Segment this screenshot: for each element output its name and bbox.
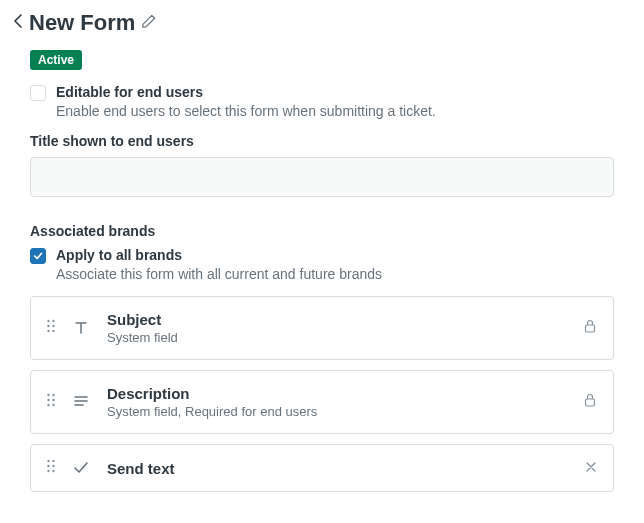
lock-icon <box>583 319 597 337</box>
svg-point-9 <box>47 399 49 401</box>
svg-point-12 <box>52 404 54 406</box>
svg-point-19 <box>52 470 54 472</box>
check-type-icon <box>71 460 91 476</box>
svg-point-0 <box>47 320 49 322</box>
field-title: Send text <box>107 460 569 477</box>
lock-icon <box>583 393 597 411</box>
svg-point-14 <box>47 460 49 462</box>
apply-all-brands-label: Apply to all brands <box>56 247 182 263</box>
form-field-send-text[interactable]: Send text <box>30 444 614 492</box>
field-title: Description <box>107 385 567 402</box>
field-text: Send text <box>107 460 569 477</box>
title-input[interactable] <box>30 157 614 197</box>
brands-label: Associated brands <box>30 223 614 239</box>
svg-point-8 <box>52 394 54 396</box>
editable-checkbox-row: Editable for end users <box>30 84 614 101</box>
drag-handle-icon[interactable] <box>47 459 55 477</box>
apply-all-brands-checkbox[interactable] <box>30 248 46 264</box>
form-field-description[interactable]: Description System field, Required for e… <box>30 370 614 434</box>
text-type-icon <box>71 320 91 336</box>
editable-checkbox[interactable] <box>30 85 46 101</box>
svg-point-2 <box>47 325 49 327</box>
field-text: Subject System field <box>107 311 567 345</box>
svg-point-16 <box>47 465 49 467</box>
multiline-type-icon <box>71 394 91 410</box>
svg-point-1 <box>52 320 54 322</box>
drag-handle-icon[interactable] <box>47 319 55 337</box>
page-header: New Form <box>0 10 644 36</box>
svg-point-17 <box>52 465 54 467</box>
svg-point-7 <box>47 394 49 396</box>
title-input-label: Title shown to end users <box>30 133 614 149</box>
field-subtitle: System field, Required for end users <box>107 404 567 419</box>
form-field-subject[interactable]: Subject System field <box>30 296 614 360</box>
field-text: Description System field, Required for e… <box>107 385 567 419</box>
svg-point-5 <box>52 330 54 332</box>
field-title: Subject <box>107 311 567 328</box>
drag-handle-icon[interactable] <box>47 393 55 411</box>
svg-point-10 <box>52 399 54 401</box>
chevron-left-icon[interactable] <box>14 14 23 32</box>
svg-point-11 <box>47 404 49 406</box>
svg-rect-13 <box>586 399 595 406</box>
close-icon[interactable] <box>585 459 597 477</box>
pencil-icon[interactable] <box>141 14 156 33</box>
apply-all-brands-row: Apply to all brands <box>30 247 614 264</box>
editable-label: Editable for end users <box>56 84 203 100</box>
apply-all-brands-description: Associate this form with all current and… <box>56 266 614 282</box>
svg-point-15 <box>52 460 54 462</box>
page-title: New Form <box>29 10 135 36</box>
svg-point-18 <box>47 470 49 472</box>
svg-point-4 <box>47 330 49 332</box>
status-badge: Active <box>30 50 82 70</box>
editable-description: Enable end users to select this form whe… <box>56 103 614 119</box>
field-subtitle: System field <box>107 330 567 345</box>
svg-point-3 <box>52 325 54 327</box>
svg-rect-6 <box>586 325 595 332</box>
